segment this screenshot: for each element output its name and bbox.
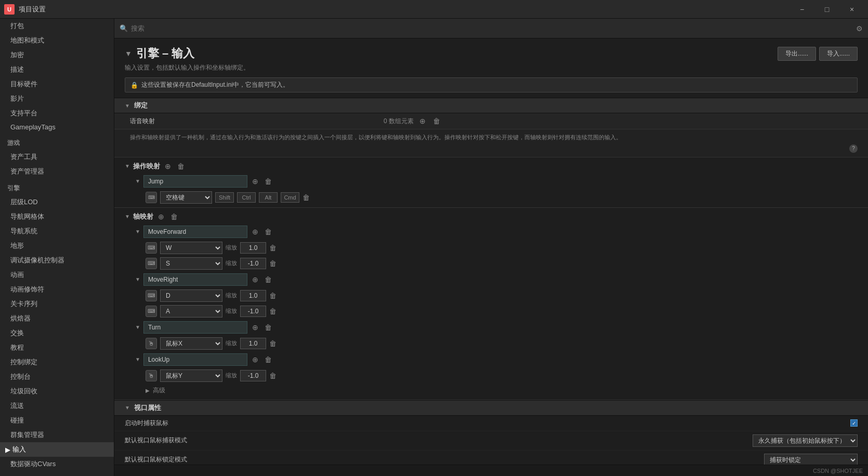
sidebar-item-console[interactable]: 控制台 [0, 369, 114, 384]
cmd-modifier[interactable]: Cmd [281, 192, 299, 203]
move-forward-w-scale[interactable] [240, 242, 266, 254]
move-right-a-delete[interactable]: 🗑 [269, 307, 277, 315]
sidebar-item-target-hardware[interactable]: 目标硬件 [0, 77, 114, 91]
lookup-input[interactable] [143, 353, 247, 366]
search-input[interactable] [131, 24, 856, 32]
sidebar-item-packaging[interactable]: 打包 [0, 19, 114, 33]
move-forward-delete[interactable]: 🗑 [263, 227, 273, 236]
sidebar-item-encryption[interactable]: 加密 [0, 48, 114, 62]
bindings-header[interactable]: ▼ 绑定 [114, 98, 868, 113]
sidebar-item-tutorial[interactable]: 教程 [0, 340, 114, 355]
sidebar-item-baker[interactable]: 烘焙器 [0, 311, 114, 326]
sidebar-item-gameplay-tags[interactable]: GameplayTags [0, 121, 114, 134]
move-forward-w-select[interactable]: W [160, 242, 222, 254]
sidebar-item-platforms[interactable]: 支持平台 [0, 106, 114, 121]
move-right-delete[interactable]: 🗑 [263, 275, 273, 284]
close-button[interactable]: × [840, 0, 864, 19]
move-right-d-delete[interactable]: 🗑 [269, 292, 277, 300]
sidebar-item-maps-modes[interactable]: 地图和模式 [0, 33, 114, 48]
axis-delete-button[interactable]: 🗑 [169, 212, 179, 221]
jump-key-select[interactable]: 空格键 [160, 191, 212, 204]
voice-add-button[interactable]: ⊕ [418, 116, 427, 126]
move-right-d-scale[interactable] [240, 290, 266, 301]
sidebar-item-data-cvars[interactable]: 数据驱动CVars [0, 457, 114, 471]
sidebar-item-nav-system[interactable]: 导航系统 [0, 224, 114, 239]
lookup-mouse-y-delete[interactable]: 🗑 [269, 372, 277, 380]
move-forward-header[interactable]: ▼ ⊕ 🗑 [135, 223, 858, 240]
jump-add-button[interactable]: ⊕ [251, 177, 260, 186]
move-right-add[interactable]: ⊕ [251, 275, 260, 284]
lookup-mouse-y-select[interactable]: 鼠标Y [160, 369, 222, 382]
sidebar-item-asset-tools[interactable]: 资产工具 [0, 150, 114, 164]
mouse-capture-mode-select[interactable]: 永久捕获（包括初始鼠标按下） [753, 434, 858, 447]
turn-delete[interactable]: 🗑 [263, 323, 273, 332]
jump-name-input[interactable] [143, 175, 247, 188]
sidebar-item-nav-mesh[interactable]: 导航网格体 [0, 209, 114, 224]
turn-mouse-x-row: 🖱 鼠标X 缩放 🗑 [135, 336, 858, 351]
move-forward-w-icon: ⌨ [146, 242, 157, 254]
voice-mapping-description: 操作和轴映射提供了一种机制，通过在输入行为和激活该行为的按键之间插入一个间接层，… [130, 133, 702, 142]
move-right-header[interactable]: ▼ ⊕ 🗑 [135, 271, 858, 288]
action-mappings-header[interactable]: ▼ 操作映射 ⊕ 🗑 [125, 160, 858, 173]
jump-mapping-header[interactable]: ▼ ⊕ 🗑 [135, 173, 858, 190]
turn-input[interactable] [143, 321, 247, 334]
sidebar-item-stream[interactable]: 流送 [0, 399, 114, 413]
export-button[interactable]: 导出...... [778, 47, 816, 61]
move-forward-s-delete[interactable]: 🗑 [269, 259, 277, 268]
lookup-header[interactable]: ▼ ⊕ 🗑 [135, 351, 858, 368]
sidebar-item-input[interactable]: ▶ 输入 [0, 442, 114, 457]
move-right-a-select[interactable]: A [160, 305, 222, 318]
lookup-add[interactable]: ⊕ [251, 355, 260, 364]
move-right-input[interactable] [143, 273, 247, 286]
sidebar-item-description[interactable]: 描述 [0, 62, 114, 77]
turn-header[interactable]: ▼ ⊕ 🗑 [135, 319, 858, 336]
move-forward-s-select[interactable]: S [160, 257, 222, 270]
action-add-button[interactable]: ⊕ [163, 162, 173, 171]
minimize-button[interactable]: − [790, 0, 814, 19]
move-forward-add[interactable]: ⊕ [251, 227, 260, 236]
advanced-row[interactable]: ▶ 高级 [125, 384, 858, 398]
action-delete-button[interactable]: 🗑 [176, 162, 186, 171]
sidebar-item-anim-modifier[interactable]: 动画修饰符 [0, 282, 114, 297]
move-forward-input[interactable] [143, 226, 247, 238]
sidebar-item-sequences[interactable]: 关卡序列 [0, 297, 114, 311]
sidebar-item-terrain[interactable]: 地形 [0, 239, 114, 253]
sidebar-item-lod[interactable]: 层级LOD [0, 195, 114, 209]
scale-label-6: 缩放 [226, 372, 237, 379]
page-title-arrow: ▼ [125, 49, 132, 58]
jump-delete-button[interactable]: 🗑 [263, 177, 273, 186]
move-forward-s-scale[interactable] [240, 258, 266, 269]
axis-add-button[interactable]: ⊕ [156, 212, 166, 221]
voice-delete-button[interactable]: 🗑 [431, 116, 442, 126]
move-forward-w-delete[interactable]: 🗑 [269, 244, 277, 252]
turn-add[interactable]: ⊕ [251, 323, 260, 332]
ctrl-modifier[interactable]: Ctrl [237, 192, 256, 203]
lookup-group: ▼ ⊕ 🗑 🖱 鼠标Y 缩放 🗑 [125, 351, 858, 384]
jump-key-delete[interactable]: 🗑 [303, 193, 310, 202]
sidebar-item-animation[interactable]: 动画 [0, 268, 114, 282]
turn-mouse-x-select[interactable]: 鼠标X [160, 337, 222, 350]
lookup-mouse-y-scale[interactable] [240, 370, 266, 381]
search-settings-button[interactable]: ⚙ [856, 24, 863, 33]
move-right-d-select[interactable]: D [160, 289, 222, 302]
sidebar-item-trash[interactable]: 垃圾回收 [0, 384, 114, 399]
lookup-delete[interactable]: 🗑 [263, 355, 273, 364]
import-button[interactable]: 导入...... [819, 47, 858, 61]
capture-mouse-checkbox[interactable] [850, 419, 858, 427]
sidebar-item-asset-manager[interactable]: 资产管理器 [0, 164, 114, 179]
shift-modifier[interactable]: Shift [215, 192, 234, 203]
maximize-button[interactable]: □ [815, 0, 839, 19]
axis-mappings-header[interactable]: ▼ 轴映射 ⊕ 🗑 [125, 210, 858, 223]
turn-mouse-x-scale[interactable] [240, 338, 266, 349]
sidebar-item-control-bind[interactable]: 控制绑定 [0, 355, 114, 369]
sidebar-item-debug-camera[interactable]: 调试摄像机控制器 [0, 253, 114, 268]
viewport-properties-header[interactable]: ▼ 视口属性 [114, 400, 868, 416]
alt-modifier[interactable]: Alt [259, 192, 278, 203]
turn-mouse-x-delete[interactable]: 🗑 [269, 339, 277, 348]
move-right-a-scale[interactable] [240, 306, 266, 317]
mouse-lock-mode-select[interactable]: 捕获时锁定 [764, 454, 858, 465]
sidebar-item-cluster-manager[interactable]: 群集管理器 [0, 428, 114, 442]
sidebar-item-exchange[interactable]: 交换 [0, 326, 114, 340]
sidebar-item-collision[interactable]: 碰撞 [0, 413, 114, 428]
sidebar-item-movies[interactable]: 影片 [0, 91, 114, 106]
